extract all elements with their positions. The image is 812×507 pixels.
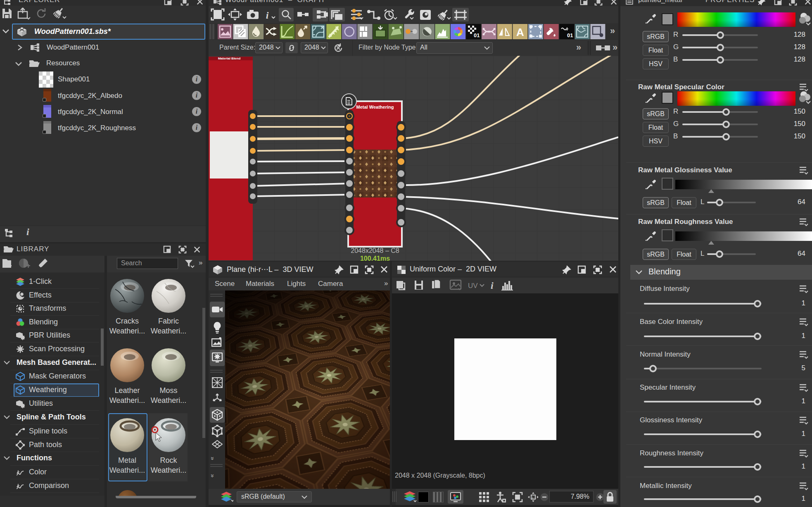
svg-text:i: i <box>266 10 269 21</box>
svg-text:01: 01 <box>474 32 480 38</box>
svg-text:2048x2048 – C8: 2048x2048 – C8 <box>351 247 399 254</box>
svg-text:Material Blend: Material Blend <box>218 57 241 60</box>
svg-text:Metal Weathering: Metal Weathering <box>356 105 394 109</box>
svg-text:01: 01 <box>567 32 573 38</box>
svg-text:1:1: 1:1 <box>532 496 537 500</box>
svg-text:UV: UV <box>468 282 478 290</box>
svg-text:A: A <box>516 26 524 38</box>
svg-text:i: i <box>491 280 494 291</box>
